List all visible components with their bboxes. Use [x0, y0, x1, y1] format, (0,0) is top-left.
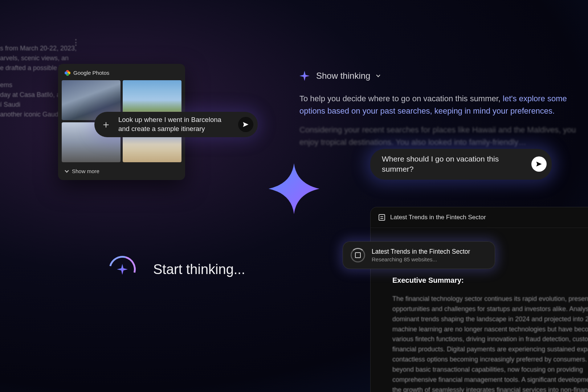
thinking-text: To help you decide where to go on vacati… [299, 94, 503, 103]
show-thinking-toggle[interactable]: Show thinking [299, 69, 588, 82]
research-chip-title: Latest Trends in the Fintech Sector [372, 248, 470, 256]
send-button[interactable] [238, 117, 253, 132]
send-icon [535, 160, 543, 168]
thinking-spinner-icon [109, 256, 136, 283]
document-header-title: Latest Trends in the Fintech Sector [390, 214, 486, 221]
document-icon [379, 214, 385, 221]
prompt-text: Look up where I went in Barcelona and cr… [118, 115, 233, 134]
thinking-body: To help you decide where to go on vacati… [299, 93, 588, 117]
photos-header: Google Photos [62, 68, 181, 80]
chevron-down-icon [65, 168, 69, 172]
document-subhead: Executive Summary: [392, 275, 588, 286]
thinking-block: Show thinking To help you decide where t… [299, 69, 588, 149]
send-icon [242, 121, 249, 128]
gemini-sparkle-icon [269, 163, 319, 214]
photos-header-label: Google Photos [73, 70, 109, 76]
show-thinking-label: Show thinking [316, 69, 370, 82]
show-more-button[interactable]: Show more [62, 162, 181, 175]
research-spinner-icon [351, 248, 365, 262]
document-panel: Latest Trends in the Fintech Sector e Fi… [370, 207, 588, 392]
more-icon[interactable]: ⋮ [72, 36, 80, 48]
add-attachment-button[interactable]: ＋ [99, 117, 113, 132]
vacation-prompt-pill[interactable]: Where should I go on vacation this summe… [370, 149, 552, 180]
bg-line: arvels, scenic views, an [0, 53, 94, 63]
prompt-text: Where should I go on vacation this summe… [382, 154, 526, 175]
barcelona-prompt-pill[interactable]: ＋ Look up where I went in Barcelona and … [94, 112, 258, 137]
start-thinking-label: Start thinking... [153, 262, 245, 277]
document-paragraph: The financial technology sector continue… [392, 294, 588, 392]
research-chip-status: Researching 85 websites... [372, 256, 470, 262]
document-header: Latest Trends in the Fintech Sector [371, 207, 588, 228]
sparkle-icon [299, 71, 310, 81]
show-more-label: Show more [72, 168, 99, 174]
send-button[interactable] [531, 156, 547, 172]
research-status-chip[interactable]: Latest Trends in the Fintech Sector Rese… [343, 241, 495, 269]
start-thinking-row: Start thinking... [109, 256, 245, 283]
bg-line: s from March 20-22, 2023, [0, 44, 94, 53]
google-photos-icon [65, 70, 70, 76]
chevron-down-icon [376, 73, 380, 77]
thinking-fade-text: Considering your recent searches for pla… [299, 124, 588, 148]
